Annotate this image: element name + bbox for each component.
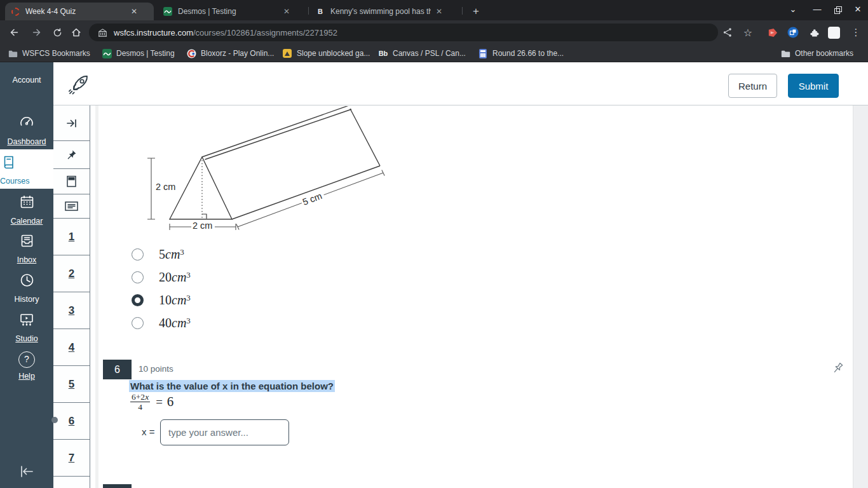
answer-variable-label: x = (142, 426, 154, 437)
next-question-badge-partial (103, 484, 132, 488)
arrow-to-bar-icon (65, 118, 78, 129)
canvas-favicon-icon (10, 6, 20, 17)
inbox-icon (18, 233, 36, 249)
card-lines-icon (65, 201, 78, 211)
sidebar-item-help[interactable]: ? Help (0, 351, 53, 381)
bookmark-star-icon[interactable]: ☆ (740, 25, 756, 40)
close-tab-icon[interactable]: ✕ (281, 7, 292, 16)
tab-strip: Week 4-4 Quiz ✕ Desmos | Testing ✕ B Ken… (0, 0, 868, 20)
sidebar-item-courses[interactable]: Courses (0, 149, 53, 189)
radio-button-selected[interactable] (132, 294, 144, 306)
question-nav-item-3[interactable]: 3 (53, 292, 90, 329)
bookmark-wsfcs-folder[interactable]: WSFCS Bookmarks (8, 44, 90, 62)
bookmarks-bar: WSFCS Bookmarks Desmos | Testing Bloxorz… (0, 44, 868, 62)
bloxorz-icon (186, 48, 196, 58)
question-nav-item-7[interactable]: 7 (53, 440, 90, 477)
bookmark-bloxorz[interactable]: Bloxorz - Play Onlin... (186, 44, 274, 62)
sidebar-item-calendar[interactable]: Calendar (0, 194, 53, 226)
restore-window-button[interactable] (827, 0, 848, 20)
bookmark-desmos[interactable]: Desmos | Testing (102, 44, 175, 62)
folder-icon (780, 48, 790, 58)
question-nav-item-5[interactable]: 5 (53, 366, 90, 403)
sidebar-item-label: History (15, 295, 39, 304)
tab-week-4-4-quiz[interactable]: Week 4-4 Quiz ✕ (5, 3, 154, 20)
letter-b-favicon-icon: B (315, 6, 325, 17)
close-tab-icon[interactable]: ✕ (128, 7, 140, 16)
option-label: 40cm3 (159, 316, 191, 330)
browser-menu-kebab-icon[interactable]: ⋮ (848, 25, 864, 40)
notes-card-button[interactable] (53, 194, 90, 219)
extensions-puzzle-icon[interactable] (806, 25, 822, 40)
profile-avatar[interactable] (825, 25, 842, 40)
pin-question-icon[interactable] (830, 361, 845, 376)
sidebar-item-account[interactable]: Account (0, 71, 53, 85)
extension-red-icon[interactable] (764, 25, 780, 40)
url-host: wsfcs.instructure.com (114, 28, 193, 37)
sidebar-item-label: Studio (15, 334, 37, 343)
close-tab-icon[interactable]: ✕ (433, 7, 445, 16)
tab-kennys-swimming-pool[interactable]: B Kenny's swimming pool has the ✕ (310, 3, 459, 20)
answer-option[interactable]: 10cm3 (132, 292, 191, 308)
courses-book-icon (0, 154, 17, 171)
return-button[interactable]: Return (728, 74, 777, 98)
skip-to-question-button[interactable] (53, 105, 90, 141)
scrollbar-gutter[interactable] (853, 105, 868, 488)
address-bar[interactable]: wsfcs.instructure.com/courses/102861/ass… (89, 24, 718, 41)
minimize-window-button[interactable]: — (807, 0, 827, 20)
question-navigator: 1 2 3 4 5 6 7 (53, 105, 90, 488)
current-question-dot (51, 417, 58, 423)
notebook-icon (66, 175, 77, 187)
pushpin-icon (66, 149, 77, 160)
forward-button[interactable] (28, 24, 46, 41)
back-button[interactable] (5, 24, 23, 41)
sidebar-item-studio[interactable]: Studio (0, 311, 53, 344)
question-nav-item-4[interactable]: 4 (53, 329, 90, 366)
pinned-questions-button[interactable] (53, 141, 90, 169)
equation: 6+2x 4 = 6 (130, 392, 173, 412)
new-tab-button[interactable]: + (468, 3, 484, 20)
collapse-nav-button[interactable] (0, 464, 53, 482)
question-nav-item-1[interactable]: 1 (53, 219, 90, 255)
help-question-icon: ? (18, 351, 35, 368)
sidebar-item-dashboard[interactable]: Dashboard (0, 114, 53, 147)
question-nav-spacer (53, 477, 90, 488)
tab-title: Week 4-4 Quiz (25, 7, 126, 16)
bookmark-canvas-psl[interactable]: Bb Canvas / PSL / Can... (378, 44, 466, 62)
reload-button[interactable] (48, 24, 66, 41)
submit-button[interactable]: Submit (788, 74, 839, 98)
option-label: 5cm3 (159, 247, 184, 262)
tab-separator (462, 7, 463, 15)
sidebar-item-label: Help (18, 372, 35, 381)
sidebar-item-inbox[interactable]: Inbox (0, 233, 53, 265)
share-icon[interactable] (719, 25, 736, 40)
tab-search-chevron-icon[interactable]: ⌄ (783, 0, 803, 20)
question-prompt: What is the value of x in the equation b… (129, 381, 335, 391)
answer-option[interactable]: 20cm3 (132, 269, 191, 285)
question-nav-item-2[interactable]: 2 (53, 255, 90, 292)
answer-option[interactable]: 40cm3 (132, 315, 191, 330)
close-window-button[interactable]: ✕ (848, 0, 868, 20)
home-button[interactable] (67, 24, 85, 41)
radio-button[interactable] (132, 317, 144, 329)
radio-button[interactable] (132, 248, 144, 261)
url-text: wsfcs.instructure.com/courses/102861/ass… (114, 28, 337, 37)
quiz-header: Return Submit (53, 62, 868, 105)
institution-building-icon (98, 28, 107, 37)
extension-blue-icon[interactable] (785, 25, 801, 40)
height-dim-label: 2 cm (154, 182, 176, 192)
question-number-badge: 6 (103, 360, 132, 379)
notebook-tool-button[interactable] (53, 169, 90, 194)
tab-desmos-testing[interactable]: Desmos | Testing ✕ (158, 3, 306, 20)
answer-option[interactable]: 5cm3 (132, 247, 184, 262)
bookmark-slope[interactable]: Slope unblocked ga... (282, 44, 370, 62)
answer-input[interactable] (160, 419, 289, 445)
question-nav-item-6[interactable]: 6 (53, 403, 90, 440)
bookmark-round-26[interactable]: Round 26.66 to the... (478, 44, 564, 62)
other-bookmarks-folder[interactable]: Other bookmarks (780, 44, 853, 62)
radio-button[interactable] (132, 271, 144, 283)
sidebar-item-history[interactable]: History (0, 272, 53, 304)
desmos-icon (102, 48, 112, 58)
equals-sign: = (156, 395, 163, 409)
nav-content-gutter (95, 105, 98, 488)
tab-title: Kenny's swimming pool has the (330, 7, 431, 16)
